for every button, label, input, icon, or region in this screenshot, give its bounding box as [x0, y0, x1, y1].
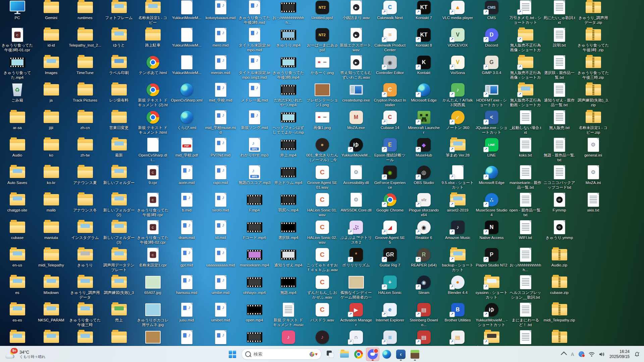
desktop-icon[interactable]: ko-kr [34, 164, 68, 192]
desktop-icon[interactable]: ↗HDDFMT.exe - ショートカット [475, 82, 508, 109]
desktop-icon[interactable]: ぷ↗ぷよぷよ™テトリス® 2 [339, 219, 373, 247]
desktop-icon[interactable]: プレゼンテーション… [136, 329, 170, 346]
desktop-icon[interactable]: YukkuriMovieM... [170, 54, 204, 82]
desktop-icon[interactable]: ▤↗Steinberg Downlo... [407, 302, 441, 329]
desktop-icon[interactable]: cubase [0, 219, 34, 247]
desktop-icon[interactable]: きゅうりボカコレ用サムネ.jpg [136, 302, 170, 329]
desktop-icon[interactable]: Fコード.mp4 [237, 219, 271, 247]
desktop-icon[interactable]: ♪kotusytuaaus.mid [204, 0, 237, 27]
desktop-icon[interactable]: ♪タイトル未設定.tempo.mid [237, 27, 271, 54]
desktop-icon[interactable]: CHALion Sonic 01.wav [305, 192, 339, 219]
desktop-icon[interactable]: ♪↗Amazon Music [441, 219, 475, 247]
desktop-icon[interactable]: CGroove Agent SE 01.wav [305, 164, 339, 192]
desktop-icon[interactable]: ♪mid_学校muse.mid [204, 109, 237, 137]
desktop-icon[interactable]: ラジオ_歌詞.txt [508, 329, 542, 346]
desktop-icon[interactable]: Track Pictures [68, 82, 102, 109]
desktop-icon[interactable]: ◉↗Reaktor 6 [407, 219, 441, 247]
desktop-icon[interactable]: R↗REAPER (x64) [407, 247, 441, 274]
desktop-icon[interactable]: Audio.zip [542, 247, 576, 274]
desktop-icon[interactable]: Audio [0, 137, 34, 164]
desktop-icon[interactable]: 調声練習(失敗)_3 [102, 274, 136, 302]
desktop-icon[interactable]: きゅうり.mp4 [271, 27, 305, 54]
desktop-icon[interactable]: K↗Kontakt [407, 54, 441, 82]
desktop-icon[interactable]: ▶答え知っててもむずいわこれ.wav [339, 54, 373, 82]
desktop-icon[interactable]: es [0, 274, 34, 302]
desktop-icon[interactable]: インスタグラム [68, 219, 102, 247]
desktop-icon[interactable]: ♪td.mid [204, 219, 237, 247]
desktop-icon[interactable]: C↗Crypton Product Installer [373, 82, 407, 109]
desktop-icon[interactable]: ♪dram.mid [170, 219, 204, 247]
desktop-icon[interactable]: open.mp4 [237, 302, 271, 329]
desktop-icon[interactable]: createdump.exe [339, 82, 373, 109]
desktop-icon[interactable]: 新しいフォルダー (3) [102, 219, 136, 247]
desktop-icon[interactable]: E↗Epson 接続診断ツール [373, 137, 407, 164]
desktop-icon[interactable]: chatgpt-site [0, 192, 34, 219]
desktop-icon[interactable]: プレゼンテーション1.png [305, 82, 339, 109]
desktop-icon[interactable]: 無人販売.txt [542, 109, 576, 137]
desktop-icon[interactable]: C↗Cubase 14 [373, 109, 407, 137]
desktop-icon[interactable]: 新規 テキスト ドキュメント.html [136, 109, 170, 137]
desktop-icon[interactable]: midi_Telepathy.zip [542, 302, 576, 329]
tray-chevron-up-icon[interactable] [562, 352, 567, 356]
desktop-icon[interactable]: Auto Saves [0, 164, 34, 192]
desktop-icon[interactable]: ゆ↗YukkuriMovieM... [339, 137, 373, 164]
desktop-icon[interactable]: CMS↗CMS [475, 0, 508, 27]
desktop-icon[interactable]: ♪… [305, 329, 339, 346]
desktop-icon[interactable]: NT2おーばーまにあ.ppsf [305, 27, 339, 54]
desktop-icon[interactable]: 新しいフォルダー (2) [102, 192, 136, 219]
desktop-icon[interactable]: E… [0, 329, 34, 346]
desktop-icon[interactable]: midi_Telepathy [34, 247, 68, 274]
desktop-icon[interactable]: PC [0, 0, 34, 27]
desktop-icon[interactable]: ✓↗ノートン 360 [441, 109, 475, 137]
desktop-icon[interactable]: ⚙AWSSDK.Core.dll [339, 192, 373, 219]
desktop-icon[interactable]: ◆↗MuseHub [407, 137, 441, 164]
desktop-icon[interactable]: アナウンス冬 [68, 192, 102, 219]
desktop-icon[interactable]: 新しいフォルダー [102, 164, 136, 192]
desktop-icon[interactable]: ♪gpt.mid [170, 247, 204, 274]
desktop-icon[interactable]: ラベル印刷 [102, 54, 136, 82]
desktop-icon[interactable]: ▤↗Steinberg Lib… [407, 329, 441, 346]
desktop-icon[interactable]: ohhayo-.mp4 [237, 274, 271, 302]
desktop-icon[interactable]: PDFmid_学校.pdf [170, 137, 204, 164]
desktop-icon[interactable]: ♪うっ… [271, 329, 305, 346]
desktop-icon[interactable]: *↗ポリリリリズム [339, 247, 373, 274]
desktop-icon[interactable]: ↗airset2-2019 [441, 192, 475, 219]
desktop-icon[interactable]: ◢↗Groove Agent SE 5 [373, 219, 407, 247]
desktop-icon[interactable]: 無題.mp4 [271, 274, 305, 302]
desktop-icon[interactable]: ニコニコバックアップコードtxt [542, 164, 576, 192]
desktop-icon[interactable]: ♪umibe.mid [204, 274, 237, 302]
desktop-icon[interactable]: e↗Internet Explorer [373, 302, 407, 329]
desktop-icon[interactable]: きゅうり食ってた.mp4 [0, 54, 34, 82]
desktop-icon[interactable]: OpenCvSharp.xml [170, 82, 204, 109]
desktop-icon[interactable]: 画像1.png [305, 109, 339, 137]
desktop-icon[interactable]: NT2Untitled.ppsf [305, 0, 339, 27]
desktop-icon[interactable]: WIFI.txt [508, 219, 542, 247]
desktop-icon[interactable]: ♪mero.mid [204, 27, 237, 54]
desktop-icon[interactable]: ⚙general.ini [576, 137, 610, 164]
desktop-icon[interactable]: D↗Discord [475, 27, 508, 54]
desktop-icon[interactable]: くらび.xml [170, 109, 204, 137]
desktop-icon[interactable]: <↗JQuake.exe - ショートカット [475, 109, 508, 137]
desktop-icon[interactable]: ♪b.mid [170, 192, 204, 219]
desktop-icon[interactable]: きゅうり食ってた午後三時 [68, 302, 102, 329]
desktop-icon[interactable]: ♪新規ソング.mid [237, 109, 271, 137]
desktop-icon[interactable]: open - 親作品一覧.txt [508, 192, 542, 219]
desktop-icon[interactable]: manisekarin.mp4 [237, 247, 271, 274]
desktop-icon[interactable]: かるーく.png [305, 54, 339, 82]
desktop-icon[interactable]: ↗家の防犯カメラ… [475, 329, 508, 346]
desktop-icon[interactable]: F.mp4 [237, 192, 271, 219]
desktop-icon[interactable]: きゅうり_調声用データ.zip [576, 0, 610, 27]
desktop-icon[interactable]: ♪hamusu.mid [170, 274, 204, 302]
desktop-icon[interactable]: ≡↗Cakewalk Product Center [373, 27, 407, 54]
desktop-icon[interactable]: ♪タイトル未設定.tempo.orig1.mid [237, 54, 271, 82]
tray-background-app-icon[interactable] [579, 351, 584, 357]
desktop-icon[interactable]: Mixdown [34, 274, 68, 302]
desktop-icon[interactable]: 死にたい_ゅ歌詞.txt [542, 0, 576, 27]
desktop-icon[interactable]: V↗VoiSona [441, 54, 475, 82]
desktop-icon[interactable]: Telepathy_Inst_2... [68, 27, 102, 54]
desktop-icon[interactable]: ♪↗かんたん！AITalk 3 関西風 [441, 82, 475, 109]
desktop-icon[interactable]: N↗Native Access [475, 219, 508, 247]
desktop-icon[interactable]: 路上駐車 [136, 27, 170, 54]
desktop-icon[interactable]: ピクチャ [68, 329, 102, 346]
desktop-icon[interactable]: テンポあて.html [136, 54, 170, 82]
